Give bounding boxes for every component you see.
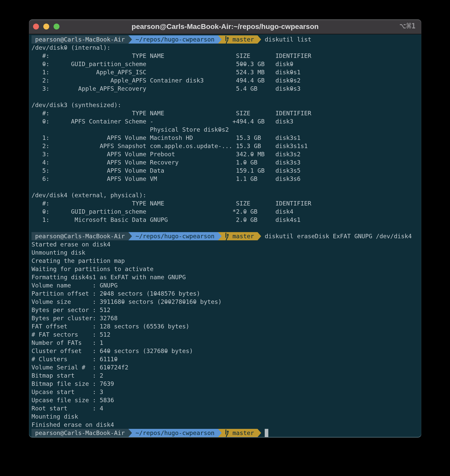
terminal-line: FAT offset : 128 sectors (65536 bytes) <box>32 322 421 330</box>
terminal-text: /dev/disk3 (synthesized): <box>32 101 121 108</box>
terminal-text: Bytes per sector : 512 <box>32 306 110 313</box>
terminal-line: 1: APFS Volume Macintosh HD 15.3 GB disk… <box>32 134 421 142</box>
terminal-text: Number of FATs : 1 <box>32 339 103 346</box>
terminal-text: 1: Apple_APFS_ISC 524.3 MB disk0s1 <box>32 69 301 76</box>
window-titlebar[interactable]: pearson@Carls-MacBook-Air:~/repos/hugo-c… <box>29 19 421 34</box>
powerline-arrow-branch-end <box>258 35 261 44</box>
terminal-text: Waiting for partitions to activate <box>32 265 154 272</box>
digit-zero: 0 <box>218 126 222 133</box>
terminal-line: Physical Store disk0s2 <box>32 126 421 134</box>
prompt-dir-segment: ~/repos/hugo-cwpearson <box>132 429 218 437</box>
terminal-line: 3: APFS Volume Preboot 342.0 MB disk3s2 <box>32 150 421 158</box>
terminal-text: Bytes per cluster: 32768 <box>32 315 118 322</box>
terminal-line: 2: APFS Snapshot com.apple.os.update-...… <box>32 142 421 150</box>
terminal-text: Formatting disk4s1 as ExFAT with name GN… <box>32 274 186 281</box>
terminal-line: Mounting disk <box>32 412 421 421</box>
terminal-text: 5: APFS Volume Data 159.1 GB disk3s5 <box>32 167 301 174</box>
digit-zero: 0 <box>168 298 171 305</box>
terminal-text: 2: Apple_APFS Container disk3 494.4 GB d… <box>32 77 301 84</box>
terminal-text: Upcase start : 3 <box>32 388 103 395</box>
prompt-branch-segment: master <box>222 232 258 240</box>
terminal-line: # Clusters : 61110 <box>32 355 421 363</box>
terminal-text: 4: APFS Volume Recovery 1.0 GB disk3s3 <box>32 159 301 166</box>
terminal-line: Creating the partition map <box>32 257 421 265</box>
prompt-branch <box>229 36 232 43</box>
terminal-text: #: TYPE NAME SIZE IDENTIFIER <box>32 110 311 117</box>
prompt-user: pearson@Carls-MacBook-Air <box>35 233 125 240</box>
terminal-line: Volume Serial # : 610724f2 <box>32 363 421 371</box>
terminal-line: 0: APFS Container Scheme - +494.4 GB dis… <box>32 117 421 126</box>
git-branch-icon <box>225 35 229 44</box>
prompt-branch-segment: master <box>222 429 258 437</box>
terminal-line: /dev/disk0 (internal): <box>32 44 421 52</box>
terminal-text: Upcase file size : 5836 <box>32 397 114 403</box>
window-title: pearson@Carls-MacBook-Air:~/repos/hugo-c… <box>29 19 421 34</box>
prompt-branch-segment: master <box>222 35 258 44</box>
terminal-line: Waiting for partitions to activate <box>32 265 421 273</box>
powerline-arrow-user-dir <box>128 35 132 44</box>
window-shortcut-badge: ⌥⌘1 <box>400 19 416 34</box>
terminal-text: 1: APFS Volume Macintosh HD 15.3 GB disk… <box>32 134 301 141</box>
terminal-text: FAT offset : 128 sectors (65536 bytes) <box>32 323 189 330</box>
prompt-dir-segment: ~/repos/hugo-cwpearson <box>132 35 218 44</box>
terminal-text: 2: APFS Snapshot com.apple.os.update-...… <box>32 142 308 149</box>
digit-zero: 0 <box>103 290 107 297</box>
terminal-line: Upcase start : 3 <box>32 388 421 396</box>
terminal-text: 1: Microsoft Basic Data GNUPG 2.0 GB dis… <box>32 216 301 223</box>
digit-zero: 0 <box>164 298 168 305</box>
powerline-arrow-dir-branch <box>218 232 222 240</box>
prompt-branch-name: master <box>232 36 254 43</box>
prompt-dir-segment: ~/repos/hugo-cwpearson <box>132 232 218 240</box>
terminal-line: Formatting disk4s1 as ExFAT with name GN… <box>32 273 421 281</box>
terminal-text: # FAT sectors : 512 <box>32 331 110 338</box>
desktop-background: { "window": { "title": "pearson@Carls-Ma… <box>0 0 450 476</box>
terminal-line <box>32 224 421 232</box>
digit-zero: 0 <box>182 298 186 305</box>
terminal-line: Started erase on disk4 <box>32 240 421 249</box>
terminal-line: Finished erase on disk4 <box>32 421 421 429</box>
digit-zero: 0 <box>121 298 125 305</box>
terminal-line: Partition offset : 2048 sectors (1048576… <box>32 289 421 298</box>
powerline-arrow-dir-branch <box>218 35 222 44</box>
terminal-line: Volume name : GNUPG <box>32 281 421 289</box>
terminal-text: #: TYPE NAME SIZE IDENTIFIER <box>32 200 311 207</box>
prompt-user: pearson@Carls-MacBook-Air <box>35 429 125 436</box>
digit-zero: 0 <box>164 347 168 354</box>
terminal-line: Root start : 4 <box>32 404 421 412</box>
terminal-text: Volume size : 3911680 sectors (200278016… <box>32 298 222 305</box>
terminal-text: Unmounting disk <box>32 249 85 256</box>
terminal-text: Mounting disk <box>32 413 78 420</box>
prompt-line: pearson@Carls-MacBook-Air~/repos/hugo-cw… <box>32 232 421 240</box>
terminal-text: Cluster offset : 640 sectors (327680 byt… <box>32 347 193 354</box>
terminal-line <box>32 93 421 101</box>
terminal-text: /dev/disk0 (internal): <box>32 44 110 51</box>
digit-zero: 0 <box>290 85 293 92</box>
prompt-branch-name: master <box>232 429 254 436</box>
digit-zero: 0 <box>64 44 67 51</box>
terminal-cursor[interactable] <box>265 429 268 437</box>
prompt-user-segment: pearson@Carls-MacBook-Air <box>32 232 128 240</box>
terminal-line: 5: APFS Volume Data 159.1 GB disk3s5 <box>32 167 421 175</box>
terminal-line: #: TYPE NAME SIZE IDENTIFIER <box>32 199 421 208</box>
terminal-text: Finished erase on disk4 <box>32 421 114 428</box>
prompt-dir: ~/repos/hugo-cwpearson <box>136 233 214 240</box>
powerline-arrow-branch-end <box>258 232 261 240</box>
terminal-screen[interactable]: pearson@Carls-MacBook-Air~/repos/hugo-cw… <box>29 34 421 438</box>
terminal-line: 0: GUID_partition_scheme 500.3 GB disk0 <box>32 60 421 68</box>
digit-zero: 0 <box>42 118 46 125</box>
terminal-text: Partition offset : 2048 sectors (1048576… <box>32 290 200 297</box>
terminal-line: Bytes per sector : 512 <box>32 306 421 314</box>
terminal-line: 4: APFS Volume Recovery 1.0 GB disk3s3 <box>32 158 421 167</box>
terminal-text: Bitmap start : 2 <box>32 372 103 379</box>
terminal-text: 3: Apple_APFS_Recovery 5.4 GB disk0s3 <box>32 85 301 92</box>
digit-zero: 0 <box>243 159 247 166</box>
terminal-text: 6: APFS Volume VM 1.1 GB disk3s6 <box>32 175 301 182</box>
digit-zero: 0 <box>193 298 197 305</box>
prompt-branch <box>229 429 232 436</box>
command-string: diskutil list <box>265 36 311 43</box>
terminal-line: 3: Apple_APFS_Recovery 5.4 GB disk0s3 <box>32 85 421 93</box>
terminal-text: 3: APFS Volume Preboot 342.0 MB disk3s2 <box>32 151 301 158</box>
prompt-branch <box>229 233 232 240</box>
digit-zero: 0 <box>42 60 46 67</box>
digit-zero: 0 <box>107 347 110 354</box>
